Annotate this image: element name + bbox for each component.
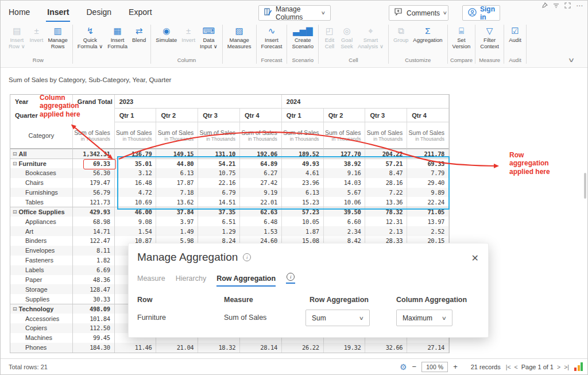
row-label[interactable]: Machines [10,333,73,343]
value-cell[interactable]: 7.18 [156,188,198,198]
value-cell[interactable]: 1.49 [156,226,198,236]
comments-button[interactable]: Comments ∨ [389,5,448,21]
value-cell[interactable]: 211.78 [407,149,449,158]
measure-header[interactable]: Sum of Salesin Thousands [324,122,366,149]
grand-total-cell[interactable]: 30.33 [73,294,115,304]
measure-header[interactable]: Sum of Salesin Thousands [282,122,324,149]
value-cell[interactable]: 10.06 [324,197,366,207]
close-icon[interactable]: ✕ [471,253,479,264]
value-cell[interactable]: 78.32 [365,207,407,217]
measure-header[interactable]: Sum of Salesin Thousands [115,122,157,149]
more-options-icon[interactable]: ⋯ [576,3,583,9]
row-label[interactable]: Supplies [10,294,73,304]
row-label[interactable]: ⊟All [10,149,73,158]
value-cell[interactable]: 1.53 [240,226,282,236]
quarter-2024-q4-header[interactable]: Qtr 4 [407,109,449,122]
row-label[interactable]: Fasteners [10,256,73,265]
grand-total-cell[interactable]: 1.82 [73,256,115,265]
row-label[interactable]: Phones [10,343,73,353]
row-label[interactable]: Copiers [10,323,73,333]
manage-columns-button[interactable]: Manage Columns ∨ [258,5,331,21]
focus-mode-icon[interactable] [564,2,571,9]
value-cell[interactable]: 18.32 [198,343,240,353]
quarter-2024-q1-header[interactable]: Qtr 1 [282,109,324,122]
row-label[interactable]: Storage [10,284,73,294]
grand-total-cell[interactable]: 128.47 [73,284,115,294]
grand-total-cell[interactable]: 122.47 [73,236,115,246]
value-cell[interactable]: 28.14 [240,343,282,353]
row-label[interactable]: Tables [10,197,73,207]
quarter-2023-q3-header[interactable]: Qtr 3 [198,109,240,122]
value-cell[interactable]: 17.87 [156,178,198,188]
value-cell[interactable]: 71.05 [407,207,449,217]
grand-total-cell[interactable]: 8.11 [73,246,115,256]
value-cell[interactable]: 204.22 [365,149,407,158]
value-cell[interactable]: 10.05 [282,217,324,226]
grand-total-cell[interactable]: 56.30 [73,168,115,178]
grand-total-cell[interactable]: 69.33 [73,159,115,168]
value-cell[interactable]: 6.13 [156,168,198,178]
value-cell[interactable]: 2.13 [365,226,407,236]
prev-page-button[interactable]: < [514,364,518,370]
row-label[interactable]: ⊟Furniture [10,159,73,168]
value-cell[interactable]: 28.16 [365,178,407,188]
value-cell[interactable]: 9.16 [324,168,366,178]
value-cell[interactable]: 44.80 [156,159,198,168]
grand-total-cell[interactable]: 101.84 [73,314,115,323]
grand-total-cell[interactable]: 498.09 [73,304,115,314]
row-label[interactable]: ⊟Office Supplies [10,207,73,217]
zoom-level-input[interactable]: 100 % [421,362,448,372]
collapse-ribbon-icon[interactable]: ∨ [568,56,575,64]
value-cell[interactable]: 6.60 [324,217,366,226]
next-page-button[interactable]: > [557,364,560,370]
value-cell[interactable]: 15.23 [282,197,324,207]
quarter-2023-q4-header[interactable]: Qtr 4 [240,109,282,122]
grand-total-cell[interactable]: 121.73 [73,197,115,207]
value-cell[interactable]: 6.27 [240,168,282,178]
grand-total-cell[interactable]: 68.98 [73,217,115,226]
quarter-2023-q1-header[interactable]: Qtr 1 [115,109,157,122]
collapse-row-icon[interactable]: ⊟ [13,151,17,157]
value-cell[interactable]: 35.01 [115,159,157,168]
value-cell[interactable]: 46.00 [115,207,157,217]
settings-gear-icon[interactable]: ⚙ [400,362,407,372]
value-cell[interactable]: 5.67 [324,188,366,198]
zoom-out-button[interactable]: − [412,362,417,371]
quarter-2024-q3-header[interactable]: Qtr 3 [365,109,407,122]
filter-icon[interactable] [553,3,559,9]
value-cell[interactable]: 22.24 [407,197,449,207]
tab-home[interactable]: Home [7,6,31,22]
value-cell[interactable]: 6.51 [198,217,240,226]
info-icon[interactable]: i [243,253,251,261]
value-cell[interactable]: 1.29 [198,226,240,236]
grand-total-cell[interactable]: 14.71 [73,226,115,236]
collapse-row-icon[interactable]: ⊟ [13,161,17,167]
category-header[interactable]: Category [10,122,73,149]
value-cell[interactable]: 37.35 [198,207,240,217]
row-label[interactable]: Chairs [10,178,73,188]
inforiver-logo-icon[interactable] [574,362,583,371]
value-cell[interactable]: 4.72 [115,188,157,198]
value-cell[interactable]: 9.19 [240,188,282,198]
audit-button[interactable]: ☑Audit [506,25,524,44]
value-cell[interactable]: 57.21 [365,159,407,168]
value-cell[interactable]: 136.79 [115,149,157,158]
sign-in-button[interactable]: Sign in [462,5,500,21]
row-label[interactable]: Bookcases [10,168,73,178]
simulate-button[interactable]: ◉Simulate [153,25,179,44]
value-cell[interactable]: 37.84 [156,207,198,217]
grand-total-cell[interactable]: 184.30 [73,343,115,353]
column-aggregation-select[interactable]: Maximum ∨ [396,310,452,326]
measure-header[interactable]: Sum of Salesin Thousands [365,122,407,149]
tab-hierarchy[interactable]: Hierarchy [176,275,207,283]
vertical-scrollbar[interactable] [584,173,586,199]
value-cell[interactable]: 69.33 [407,159,449,168]
row-label[interactable]: Envelopes [10,246,73,256]
row-label[interactable]: Labels [10,265,73,275]
value-cell[interactable]: 23.96 [282,178,324,188]
value-cell[interactable]: 27.14 [407,343,449,353]
grand-total-cell[interactable]: 179.47 [73,178,115,188]
measure-header[interactable]: Sum of Salesin Thousands [240,122,282,149]
value-cell[interactable]: 32.66 [365,343,407,353]
year-2023-header[interactable]: 2023 [115,95,282,109]
